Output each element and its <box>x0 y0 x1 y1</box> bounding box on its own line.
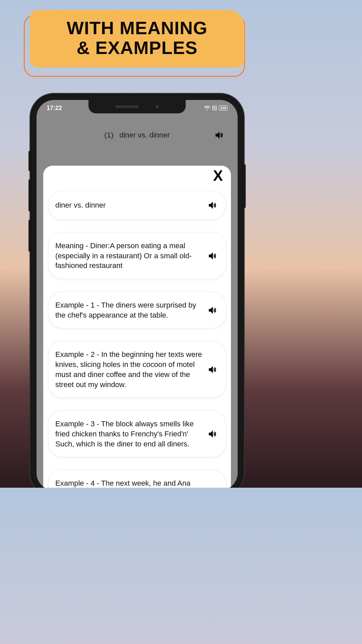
card-text: diner vs. dinner <box>55 200 203 210</box>
phone-volume-down <box>28 220 31 252</box>
phone-power-button <box>244 164 246 208</box>
card-text: Example - 3 - The block always smells li… <box>55 419 203 449</box>
speaker-icon[interactable] <box>207 304 219 316</box>
card-example-4: Example - 4 - The next week, he and Ana … <box>49 470 226 488</box>
banner-line-2: & EXAMPLES <box>76 38 197 58</box>
card-title: diner vs. dinner <box>49 191 226 219</box>
card-text: Example - 2 - In the beginning her texts… <box>55 350 203 389</box>
card-meaning: Meaning - Diner:A person eating a meal (… <box>49 233 226 279</box>
card-list[interactable]: diner vs. dinner Meaning - Diner:A perso… <box>47 191 228 488</box>
speaker-icon[interactable] <box>207 364 219 376</box>
banner-line-1: WITH MEANING <box>67 18 207 38</box>
phone-screen: 17:22 100 (1) diner vs. dinner X <box>37 100 238 488</box>
speaker-icon[interactable] <box>207 428 219 440</box>
phone-notch <box>88 100 186 113</box>
card-example-2: Example - 2 - In the beginning her texts… <box>49 341 226 397</box>
card-example-1: Example - 1 - The diners were surprised … <box>49 292 226 328</box>
card-example-3: Example - 3 - The block always smells li… <box>49 411 226 457</box>
speaker-icon[interactable] <box>207 199 219 211</box>
detail-modal: X diner vs. dinner Meaning - Diner:A per… <box>43 166 231 488</box>
status-right: 100 <box>204 105 228 111</box>
status-time: 17:22 <box>47 105 62 112</box>
phone-volume-up <box>28 179 31 211</box>
promo-banner: WITH MEANING & EXAMPLES <box>30 10 244 67</box>
phone-frame: 17:22 100 (1) diner vs. dinner X <box>31 94 244 488</box>
notch-camera <box>156 105 159 108</box>
speaker-icon[interactable] <box>214 129 226 141</box>
bg-header-title: diner vs. dinner <box>119 131 170 140</box>
wifi-icon <box>204 106 210 110</box>
banner-fill: WITH MEANING & EXAMPLES <box>30 10 244 67</box>
card-text: Meaning - Diner:A person eating a meal (… <box>55 241 203 271</box>
card-text: Example - 4 - The next week, he and Ana … <box>55 478 203 488</box>
close-small-icon <box>212 106 217 110</box>
background-header: (1) diner vs. dinner <box>37 131 238 140</box>
phone-mute-switch <box>28 151 31 171</box>
card-text: Example - 1 - The diners were surprised … <box>55 300 203 320</box>
speaker-icon[interactable] <box>207 487 219 488</box>
speaker-icon[interactable] <box>207 250 219 262</box>
notch-speaker <box>115 105 139 108</box>
close-button[interactable]: X <box>213 168 223 183</box>
bg-header-index: (1) <box>104 131 113 140</box>
battery-indicator: 100 <box>219 105 228 111</box>
banner-title: WITH MEANING & EXAMPLES <box>43 18 231 58</box>
